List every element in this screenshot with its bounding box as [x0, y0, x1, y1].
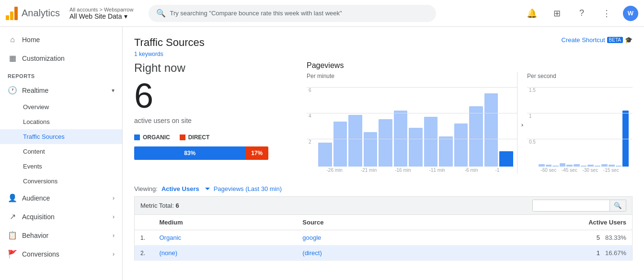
more-icon[interactable]: ⋮ [598, 5, 615, 22]
sidebar-item-conversions[interactable]: 🚩 Conversions › [0, 245, 122, 263]
two-col-layout: Right now 6 active users on site ORGANIC… [134, 61, 632, 174]
per-minute-x-labels: -26 min -21 min -16 min -11 min -6 min -… [307, 167, 517, 174]
sidebar-item-home[interactable]: ⌂ Home [0, 31, 122, 49]
sidebar-item-customization[interactable]: ▦ Customization [0, 49, 122, 67]
per-minute-chart-area: 6 4 2 [307, 80, 517, 167]
sidebar-item-behavior[interactable]: 📋 Behavior › [0, 226, 122, 245]
direct-color-block [180, 134, 185, 140]
row-medium-2: (none) [154, 246, 297, 261]
beta-badge: BETA [607, 37, 623, 43]
col-active-users-label[interactable]: Active Users [430, 215, 632, 230]
create-shortcut-button[interactable]: Create Shortcut BETA 🎓 [562, 36, 632, 44]
topbar-right: 🔔 ⊞ ? ⋮ W [523, 5, 638, 22]
viewing-label: Viewing: [134, 185, 158, 192]
active-count: 6 [134, 78, 295, 113]
layout: ⌂ Home ▦ Customization REPORTS 🕐 Realtim… [0, 27, 644, 280]
bell-icon[interactable]: 🔔 [523, 5, 540, 22]
grid-nav-icon: ▦ [8, 54, 17, 63]
logo-title: Analytics [22, 8, 60, 19]
per-minute-label: Per minute [307, 72, 517, 80]
sidebar-item-realtime[interactable]: 🕐 Realtime ▾ [0, 81, 122, 100]
help-icon[interactable]: ? [573, 5, 590, 22]
metric-total-bar: Metric Total: 6 🔍 [134, 196, 632, 214]
row-active-users-2: 1 16.67% [430, 246, 632, 261]
sidebar-item-locations[interactable]: Locations [0, 114, 122, 129]
left-panel: Right now 6 active users on site ORGANIC… [134, 61, 307, 174]
none-link[interactable]: (none) [160, 249, 178, 257]
row-source-2: (direct) [297, 246, 430, 261]
sidebar-item-content[interactable]: Content [0, 144, 122, 159]
search-bar[interactable]: 🔍 Try searching "Compare bounce rate thi… [149, 5, 436, 22]
direct-link[interactable]: (direct) [302, 249, 322, 257]
chart-arrow[interactable]: › [518, 81, 527, 168]
organic-bar: 83% [134, 146, 245, 160]
chevron-right-behavior: › [113, 232, 115, 239]
legend-direct: DIRECT [180, 134, 210, 141]
metric-total-text: Metric Total: 6 [140, 202, 179, 209]
chevron-right-audience: › [113, 195, 115, 202]
page-title: Traffic Sources [134, 36, 205, 49]
topbar: Analytics All accounts > Websparrow All … [0, 0, 644, 27]
per-minute-chart: Per minute 6 4 2 [307, 72, 518, 174]
col-source-label[interactable]: Source [297, 215, 430, 230]
legend: ORGANIC DIRECT [134, 134, 295, 141]
grid-icon[interactable]: ⊞ [548, 5, 565, 22]
table-section: Viewing: Active Users Pageviews (Last 30… [123, 181, 644, 261]
conversions-icon: 🚩 [8, 249, 17, 258]
active-users-label: active users on site [134, 117, 295, 124]
chevron-right-conversions: › [113, 251, 115, 258]
clock-icon: 🕐 [8, 86, 17, 95]
svg-rect-1 [180, 134, 185, 140]
avatar[interactable]: W [623, 6, 638, 21]
sidebar-item-audience[interactable]: 👤 Audience › [0, 189, 122, 207]
traffic-bar: 83% 17% [134, 146, 268, 160]
acquisition-icon: ↗ [8, 212, 17, 221]
per-second-x-labels: -60 sec -45 sec -30 sec -15 sec [527, 167, 632, 174]
search-icon: 🔍 [156, 9, 166, 18]
per-second-bars [527, 80, 632, 167]
search-placeholder: Try searching "Compare bounce rate this … [170, 10, 342, 17]
sidebar-item-conversions-realtime[interactable]: Conversions [0, 174, 122, 189]
row-num-1: 1. [135, 230, 154, 246]
sidebar: ⌂ Home ▦ Customization REPORTS 🕐 Realtim… [0, 27, 123, 280]
row-source-1: google [297, 230, 430, 246]
right-now-label: Right now [134, 61, 295, 75]
table-search-button[interactable]: 🔍 [610, 200, 626, 211]
sidebar-item-events[interactable]: Events [0, 159, 122, 174]
table-row: 2. (none) (direct) 1 16.67% [135, 246, 632, 261]
account-name[interactable]: All Web Site Data ▾ [69, 12, 133, 20]
sidebar-item-traffic-sources[interactable]: Traffic Sources [0, 129, 122, 144]
content-area: Right now 6 active users on site ORGANIC… [123, 61, 644, 181]
home-icon: ⌂ [8, 35, 17, 44]
account-breadcrumb: All accounts > Websparrow [69, 7, 133, 12]
sidebar-item-acquisition[interactable]: ↗ Acquisition › [0, 207, 122, 226]
svg-rect-0 [134, 134, 140, 140]
legend-organic: ORGANIC [134, 134, 170, 141]
per-minute-bars [307, 80, 517, 167]
chevron-right-acquisition: › [113, 213, 115, 220]
reports-label: REPORTS [0, 67, 122, 81]
metric-total-value: 6 [175, 202, 179, 209]
col-medium [135, 215, 154, 230]
table-search[interactable]: 🔍 [532, 200, 626, 212]
account-selector[interactable]: All accounts > Websparrow All Web Site D… [69, 7, 133, 20]
organic-link[interactable]: Organic [160, 234, 182, 241]
col-medium-label[interactable]: Medium [154, 215, 297, 230]
pageviews-tab[interactable]: Pageviews (Last 30 min) [214, 185, 282, 192]
active-users-tab[interactable]: Active Users [161, 185, 199, 192]
viewing-arrow [205, 188, 210, 190]
graduation-icon: 🎓 [625, 36, 632, 44]
sidebar-item-overview[interactable]: Overview [0, 100, 122, 114]
google-link[interactable]: google [302, 234, 321, 241]
logo-icon [6, 7, 18, 20]
page-subtitle: 1 keywords [134, 51, 205, 57]
viewing-bar: Viewing: Active Users Pageviews (Last 30… [134, 181, 632, 196]
organic-color-block [134, 134, 140, 140]
row-num-2: 2. [135, 246, 154, 261]
pageviews-title: Pageviews [307, 61, 632, 70]
table-search-input[interactable] [533, 200, 610, 211]
behavior-icon: 📋 [8, 231, 17, 240]
chevron-down-icon: ▾ [112, 87, 115, 94]
data-table: Medium Source Active Users 1. Organic go… [134, 214, 632, 261]
per-second-chart-area: 1.5 1 0.5 [527, 80, 632, 167]
